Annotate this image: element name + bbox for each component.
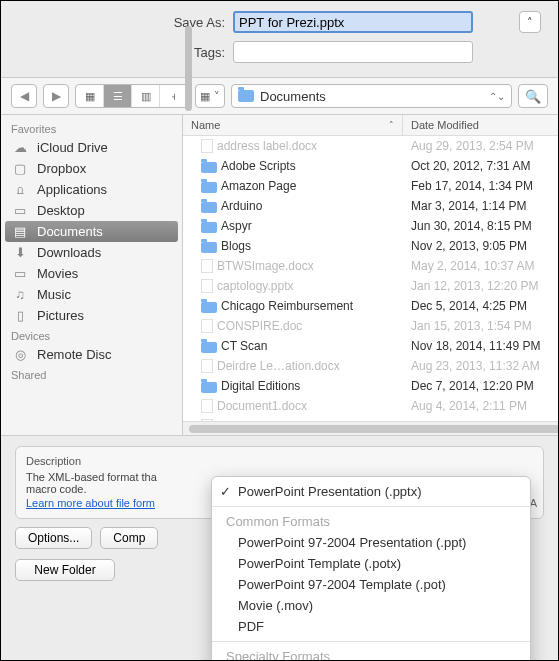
sidebar-item-label: Movies xyxy=(37,266,78,281)
file-name: CT Scan xyxy=(221,339,267,353)
list-view-icon[interactable]: ☰ xyxy=(104,85,132,107)
folder-icon xyxy=(201,202,217,213)
box-icon: ▢ xyxy=(11,162,29,176)
view-mode-segment[interactable]: ▦ ☰ ▥ ⫞ xyxy=(75,84,189,108)
tags-input[interactable] xyxy=(233,41,473,63)
file-name: CONSPIRE.doc xyxy=(217,319,302,333)
forward-button[interactable]: ▶ xyxy=(43,84,69,108)
new-folder-button[interactable]: New Folder xyxy=(15,559,115,581)
expand-button[interactable]: ˄ xyxy=(519,11,541,33)
sidebar-item-dropbox[interactable]: ▢Dropbox xyxy=(1,158,182,179)
dropdown-item[interactable]: PowerPoint 97-2004 Presentation (.ppt) xyxy=(212,532,530,553)
folder-icon xyxy=(201,182,217,193)
dropdown-item[interactable]: PDF xyxy=(212,616,530,637)
sidebar-item-remote-disc[interactable]: ◎Remote Disc xyxy=(1,344,182,365)
sidebar-item-label: Dropbox xyxy=(37,161,86,176)
dropdown-common-header: Common Formats xyxy=(212,511,530,532)
folder-icon xyxy=(201,242,217,253)
downloads-icon: ⬇ xyxy=(11,246,29,260)
column-name[interactable]: Name˄ xyxy=(183,115,403,135)
column-date[interactable]: Date Modified xyxy=(403,115,558,135)
compatibility-button[interactable]: Comp xyxy=(100,527,158,549)
folder-icon xyxy=(238,90,254,102)
search-button[interactable]: 🔍 xyxy=(518,84,548,108)
file-row[interactable]: Chicago ReimbursementDec 5, 2014, 4:25 P… xyxy=(183,296,558,316)
horizontal-scrollbar[interactable] xyxy=(183,421,558,435)
description-title: Description xyxy=(26,455,533,467)
file-name: Deirdre Le…ation.docx xyxy=(217,359,340,373)
sidebar-item-label: Downloads xyxy=(37,245,101,260)
file-name: Document1.docx xyxy=(217,399,307,413)
file-date: Jun 30, 2014, 8:15 PM xyxy=(403,219,558,233)
devices-header: Devices xyxy=(1,326,182,344)
location-popup[interactable]: Documents ⌃⌄ xyxy=(231,84,512,108)
saveas-label: Save As: xyxy=(13,15,233,30)
file-row[interactable]: Amazon PageFeb 17, 2014, 1:34 PM xyxy=(183,176,558,196)
column-view-icon[interactable]: ▥ xyxy=(132,85,160,107)
dropdown-specialty-header: Specialty Formats xyxy=(212,646,530,661)
sidebar-item-music[interactable]: ♫Music xyxy=(1,284,182,305)
file-date: Mar 3, 2014, 1:14 PM xyxy=(403,199,558,213)
group-menu[interactable]: ▦ ˅ xyxy=(195,84,225,108)
sidebar-item-movies[interactable]: ▭Movies xyxy=(1,263,182,284)
file-name: BTWSImage.docx xyxy=(217,259,314,273)
file-row[interactable]: CT ScanNov 18, 2014, 11:49 PM xyxy=(183,336,558,356)
back-button[interactable]: ◀ xyxy=(11,84,37,108)
dropdown-item[interactable]: PowerPoint Template (.potx) xyxy=(212,553,530,574)
icon-view-icon[interactable]: ▦ xyxy=(76,85,104,107)
file-date: Nov 18, 2014, 11:49 PM xyxy=(403,339,558,353)
sidebar-item-applications[interactable]: ⩍Applications xyxy=(1,179,182,200)
file-row: Document1.docxAug 4, 2014, 2:11 PM xyxy=(183,396,558,416)
group-icon[interactable]: ▦ ˅ xyxy=(196,90,224,103)
folder-icon xyxy=(201,382,217,393)
file-row: Deirdre Le…ation.docxAug 23, 2013, 11:32… xyxy=(183,356,558,376)
file-row[interactable]: AspyrJun 30, 2014, 8:15 PM xyxy=(183,216,558,236)
sidebar-item-pictures[interactable]: ▯Pictures xyxy=(1,305,182,326)
folder-icon xyxy=(201,222,217,233)
favorites-header: Favorites xyxy=(1,119,182,137)
file-row[interactable]: BlogsNov 2, 2013, 9:05 PM xyxy=(183,236,558,256)
sort-asc-icon: ˄ xyxy=(389,120,394,130)
sidebar-item-desktop[interactable]: ▭Desktop xyxy=(1,200,182,221)
file-format-dropdown[interactable]: PowerPoint Presentation (.pptx) Common F… xyxy=(211,476,531,661)
learn-more-link[interactable]: Learn more about file form xyxy=(26,497,155,509)
sidebar-item-label: Music xyxy=(37,287,71,302)
file-row: address label.docxAug 29, 2013, 2:54 PM xyxy=(183,136,558,156)
dropdown-item[interactable]: PowerPoint 97-2004 Template (.pot) xyxy=(212,574,530,595)
file-name: Arduino xyxy=(221,199,262,213)
file-date: Dec 7, 2014, 12:20 PM xyxy=(403,379,558,393)
file-row[interactable]: Digital EditionsDec 7, 2014, 12:20 PM xyxy=(183,376,558,396)
file-date: Aug 4, 2014, 2:11 PM xyxy=(403,399,558,413)
file-name: Amazon Page xyxy=(221,179,296,193)
folder-icon xyxy=(201,162,217,173)
cloud-icon: ☁ xyxy=(11,141,29,155)
document-icon xyxy=(201,399,213,413)
file-name: captology.pptx xyxy=(217,279,294,293)
file-row: CONSPIRE.docJan 15, 2013, 1:54 PM xyxy=(183,316,558,336)
sidebar-item-downloads[interactable]: ⬇Downloads xyxy=(1,242,182,263)
dropdown-item-selected[interactable]: PowerPoint Presentation (.pptx) xyxy=(212,481,530,502)
document-icon xyxy=(201,319,213,333)
chevron-updown-icon: ⌃⌄ xyxy=(489,91,505,102)
sidebar-item-icloud-drive[interactable]: ☁iCloud Drive xyxy=(1,137,182,158)
file-name: Aspyr xyxy=(221,219,252,233)
file-name: Chicago Reimbursement xyxy=(221,299,353,313)
file-date: Nov 2, 2013, 9:05 PM xyxy=(403,239,558,253)
file-date: May 2, 2014, 10:37 AM xyxy=(403,259,558,273)
file-date: Aug 23, 2013, 11:32 AM xyxy=(403,359,558,373)
dropdown-item[interactable]: Movie (.mov) xyxy=(212,595,530,616)
file-name: Adobe Scripts xyxy=(221,159,296,173)
file-date: Feb 17, 2014, 1:34 PM xyxy=(403,179,558,193)
folder-icon xyxy=(201,342,217,353)
document-icon xyxy=(201,139,213,153)
options-button[interactable]: Options... xyxy=(15,527,92,549)
document-icon xyxy=(201,259,213,273)
saveas-input[interactable] xyxy=(233,11,473,33)
sidebar-item-documents[interactable]: ▤Documents xyxy=(5,221,178,242)
file-row[interactable]: ArduinoMar 3, 2014, 1:14 PM xyxy=(183,196,558,216)
file-date: Dec 5, 2014, 4:25 PM xyxy=(403,299,558,313)
file-row[interactable]: Adobe ScriptsOct 20, 2012, 7:31 AM xyxy=(183,156,558,176)
disc-icon: ◎ xyxy=(11,348,29,362)
location-label: Documents xyxy=(260,89,326,104)
file-date: Aug 29, 2013, 2:54 PM xyxy=(403,139,558,153)
